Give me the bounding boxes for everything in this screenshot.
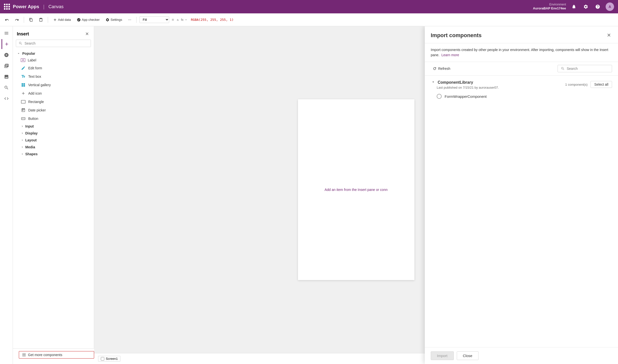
dialog-description: Import components created by other peopl…: [425, 43, 618, 62]
svg-text:fx: fx: [177, 19, 179, 21]
insert-item-gallery[interactable]: Vertical gallery: [13, 81, 94, 89]
formula-input[interactable]: [189, 17, 615, 23]
sidebar-icons: [0, 26, 13, 364]
app-checker-label: App checker: [82, 18, 100, 22]
screen-tab[interactable]: Screen1: [98, 356, 120, 362]
svg-rect-6: [23, 355, 24, 356]
button-icon: BTN: [21, 116, 26, 121]
chevron-down-library-icon: [431, 80, 435, 84]
editform-icon: [21, 66, 26, 71]
redo-button[interactable]: [13, 17, 21, 23]
dialog-body: ComponentLibrary Last published on 7/15/…: [425, 76, 618, 347]
refresh-icon: [433, 67, 437, 71]
variables-icon[interactable]: [1, 61, 11, 71]
close-dialog-button[interactable]: Close: [457, 351, 479, 360]
dialog-search-input[interactable]: [567, 67, 609, 71]
dialog-search-icon: [561, 67, 565, 71]
insert-search-input[interactable]: [25, 41, 88, 45]
section-input-label: Input: [25, 124, 34, 128]
select-all-button[interactable]: Select all: [591, 81, 612, 88]
insert-item-editform[interactable]: Edit form: [13, 64, 94, 72]
fx-indicator: fx fx: [177, 18, 188, 22]
dialog-toolbar: Refresh: [425, 62, 618, 76]
canvas-hint-text: Add an item from the Insert pane: [324, 188, 375, 192]
app-title: Power Apps: [13, 4, 39, 9]
insert-panel-close[interactable]: ✕: [84, 30, 90, 38]
chevron-right-display-icon: [21, 132, 24, 135]
nav-icon[interactable]: [1, 28, 11, 38]
more-button[interactable]: ⋯: [126, 17, 133, 23]
search-panel-icon[interactable]: [1, 83, 11, 93]
section-popular-label: Popular: [22, 52, 35, 55]
chevron-right-layout-icon: [21, 139, 24, 142]
refresh-label: Refresh: [438, 67, 450, 71]
section-display[interactable]: Display: [13, 130, 94, 137]
toolbar-divider-3: [136, 17, 136, 23]
fx-label: fx: [181, 18, 184, 22]
insert-search-box[interactable]: [16, 40, 91, 47]
title-divider: |: [43, 4, 44, 10]
section-popular[interactable]: Popular: [13, 50, 94, 56]
dialog-search-box[interactable]: [558, 65, 612, 72]
screen-checkbox[interactable]: [101, 357, 104, 361]
section-shapes[interactable]: Shapes: [13, 151, 94, 157]
label-text: Label: [28, 58, 36, 62]
insert-item-datepicker[interactable]: Date picker: [13, 106, 94, 114]
env-label: Environment: [549, 3, 566, 7]
dialog-title: Import components: [431, 32, 482, 39]
chevron-right-media-icon: [21, 146, 24, 149]
help-icon[interactable]: [594, 3, 602, 11]
add-data-button[interactable]: Add data: [51, 17, 73, 23]
library-title-section: ComponentLibrary Last published on 7/15/…: [431, 79, 499, 89]
insert-panel-header: Insert ✕: [13, 26, 94, 40]
environment-info: Environment AuroraBAP Env174ee: [533, 3, 566, 11]
section-input[interactable]: Input: [13, 123, 94, 130]
dialog-header: Import components ✕: [425, 26, 618, 43]
learn-more-link[interactable]: Learn more: [441, 53, 459, 57]
app-checker-button[interactable]: App checker: [75, 17, 102, 23]
dialog-footer: Import Close: [425, 347, 618, 364]
label-icon: A: [21, 58, 25, 62]
button-text: Button: [28, 117, 38, 121]
collapse-library-button[interactable]: [431, 79, 436, 85]
component-name: FormWrapperComponent: [445, 94, 487, 99]
rectangle-text: Rectangle: [28, 100, 44, 104]
copy-button[interactable]: [27, 17, 35, 23]
settings-toolbar-button[interactable]: Settings: [104, 17, 124, 23]
section-layout[interactable]: Layout: [13, 137, 94, 144]
refresh-button[interactable]: Refresh: [431, 66, 452, 72]
settings-icon[interactable]: [582, 3, 590, 11]
insert-item-button[interactable]: BTN Button: [13, 114, 94, 123]
gallery-icon: [21, 82, 26, 87]
insert-item-addicon[interactable]: Add icon: [13, 89, 94, 98]
addicon-text: Add icon: [28, 91, 42, 95]
library-name: ComponentLibrary: [438, 80, 473, 85]
code-icon[interactable]: [1, 94, 11, 104]
import-button[interactable]: Import: [431, 351, 454, 360]
media-panel-icon[interactable]: [1, 72, 11, 82]
insert-item-rectangle[interactable]: Rectangle: [13, 98, 94, 106]
section-media-label: Media: [25, 145, 35, 149]
chevron-right-input-icon: [21, 125, 24, 128]
get-more-components-button[interactable]: Get more components: [19, 351, 94, 359]
avatar[interactable]: A: [606, 2, 614, 11]
gallery-text: Vertical gallery: [28, 83, 51, 87]
import-dialog: Import components ✕ Import components cr…: [425, 26, 618, 364]
component-radio[interactable]: [437, 94, 442, 99]
insert-icon[interactable]: [1, 39, 11, 49]
library-title-row: ComponentLibrary: [431, 79, 499, 85]
property-selector[interactable]: Fill: [139, 16, 169, 23]
undo-button[interactable]: [3, 17, 11, 23]
data-icon[interactable]: [1, 50, 11, 60]
insert-item-label[interactable]: A Label: [13, 56, 94, 64]
apps-menu-button[interactable]: [4, 4, 10, 10]
dialog-close-button[interactable]: ✕: [606, 31, 612, 39]
insert-item-textbox[interactable]: Text box: [13, 72, 94, 81]
section-media[interactable]: Media: [13, 144, 94, 151]
canvas-area: Add an item from the Insert pane or conn…: [94, 26, 618, 364]
svg-rect-7: [24, 355, 26, 356]
paste-button[interactable]: [37, 17, 45, 23]
canvas-frame[interactable]: Add an item from the Insert pane or conn: [298, 99, 414, 280]
textbox-text: Text box: [28, 75, 41, 78]
notification-icon[interactable]: [570, 3, 578, 11]
